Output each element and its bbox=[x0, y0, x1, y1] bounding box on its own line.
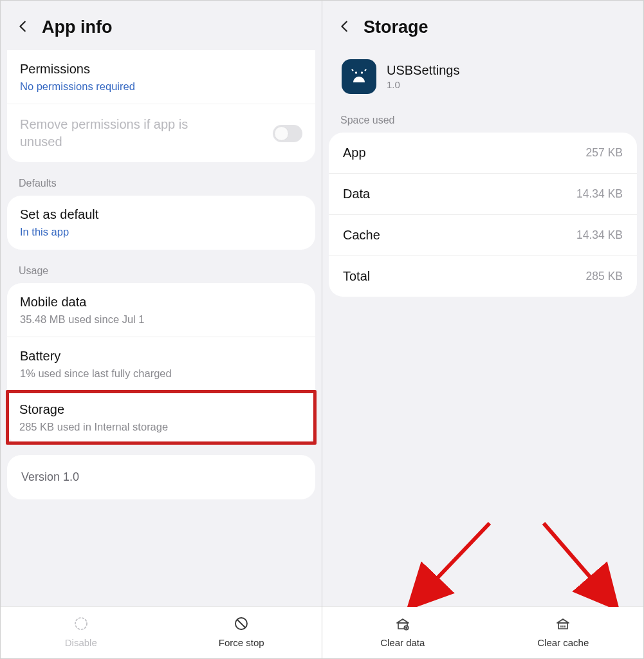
battery-title: Battery bbox=[20, 348, 302, 365]
permissions-sub: No permissions required bbox=[20, 79, 302, 93]
section-space-used: Space used bbox=[322, 108, 643, 133]
card-usage: Mobile data 35.48 MB used since Jul 1 Ba… bbox=[7, 283, 315, 445]
svg-line-6 bbox=[365, 70, 366, 71]
mobile-data-sub: 35.48 MB used since Jul 1 bbox=[20, 312, 302, 326]
bottom-bar-right: Clear data Clear cache bbox=[322, 606, 643, 658]
page-title: App info bbox=[42, 17, 112, 37]
row-total-size: Total 285 KB bbox=[329, 255, 637, 297]
row-cache-size: Cache 14.34 KB bbox=[329, 214, 637, 255]
clear-data-button[interactable]: Clear data bbox=[322, 607, 483, 658]
app-version: 1.0 bbox=[387, 79, 459, 90]
clear-cache-button[interactable]: Clear cache bbox=[483, 607, 644, 658]
storage-highlight: Storage 285 KB used in Internal storage bbox=[6, 390, 317, 445]
card-permissions: Permissions No permissions required Remo… bbox=[7, 50, 315, 162]
version-label: Version 1.0 bbox=[21, 470, 301, 484]
total-size-label: Total bbox=[343, 269, 370, 284]
force-stop-button[interactable]: Force stop bbox=[161, 607, 322, 658]
remove-permissions-toggle[interactable] bbox=[273, 125, 302, 142]
row-battery[interactable]: Battery 1% used since last fully charged bbox=[7, 337, 315, 391]
card-defaults: Set as default In this app bbox=[7, 196, 315, 249]
app-size-value: 257 KB bbox=[586, 146, 623, 160]
total-size-value: 285 KB bbox=[586, 270, 623, 283]
force-stop-icon bbox=[234, 616, 249, 633]
cache-size-value: 14.34 KB bbox=[576, 228, 623, 242]
clear-cache-label: Clear cache bbox=[537, 637, 589, 648]
card-space-used: App 257 KB Data 14.34 KB Cache 14.34 KB … bbox=[329, 133, 637, 297]
storage-sub: 285 KB used in Internal storage bbox=[19, 420, 303, 434]
svg-line-5 bbox=[352, 70, 353, 71]
data-size-label: Data bbox=[343, 187, 370, 201]
cache-size-label: Cache bbox=[343, 228, 380, 243]
clear-data-label: Clear data bbox=[380, 637, 425, 648]
bottom-bar-left: Disable Force stop bbox=[1, 606, 322, 658]
storage-title: Storage bbox=[19, 401, 303, 418]
svg-point-4 bbox=[361, 71, 363, 73]
set-default-title: Set as default bbox=[20, 206, 302, 223]
section-defaults: Defaults bbox=[1, 171, 322, 196]
card-version: Version 1.0 bbox=[7, 455, 315, 499]
header: App info bbox=[1, 1, 322, 50]
svg-line-2 bbox=[237, 620, 245, 627]
row-mobile-data[interactable]: Mobile data 35.48 MB used since Jul 1 bbox=[7, 283, 315, 337]
force-stop-label: Force stop bbox=[219, 637, 264, 648]
app-name: USBSettings bbox=[387, 63, 459, 78]
disable-button: Disable bbox=[1, 607, 161, 658]
disable-label: Disable bbox=[65, 637, 97, 648]
set-default-sub: In this app bbox=[20, 225, 302, 239]
permissions-title: Permissions bbox=[20, 60, 302, 78]
battery-sub: 1% used since last fully charged bbox=[20, 366, 302, 380]
row-remove-permissions: Remove permissions if app is unused bbox=[7, 104, 315, 162]
clear-data-icon bbox=[395, 616, 410, 633]
section-usage: Usage bbox=[1, 259, 322, 283]
back-icon[interactable] bbox=[16, 19, 30, 36]
app-icon bbox=[342, 59, 376, 94]
row-app-size: App 257 KB bbox=[329, 133, 637, 173]
data-size-value: 14.34 KB bbox=[576, 187, 623, 201]
svg-point-0 bbox=[75, 618, 87, 629]
back-icon[interactable] bbox=[338, 19, 352, 36]
header-right: Storage bbox=[322, 1, 643, 50]
row-set-default[interactable]: Set as default In this app bbox=[7, 196, 315, 249]
remove-permissions-label: Remove permissions if app is unused bbox=[20, 116, 232, 151]
app-size-label: App bbox=[343, 145, 366, 160]
clear-cache-icon bbox=[555, 616, 571, 633]
page-title: Storage bbox=[363, 17, 428, 37]
row-storage[interactable]: Storage 285 KB used in Internal storage bbox=[7, 391, 315, 445]
svg-point-3 bbox=[355, 71, 357, 73]
disable-icon bbox=[73, 616, 89, 633]
row-data-size: Data 14.34 KB bbox=[329, 173, 637, 214]
app-info-screen: App info Permissions No permissions requ… bbox=[1, 1, 322, 658]
app-header: USBSettings 1.0 bbox=[322, 50, 643, 108]
mobile-data-title: Mobile data bbox=[20, 293, 302, 311]
row-permissions[interactable]: Permissions No permissions required bbox=[7, 50, 315, 104]
storage-screen: Storage USBSettings 1.0 Space used App 2… bbox=[322, 1, 643, 658]
